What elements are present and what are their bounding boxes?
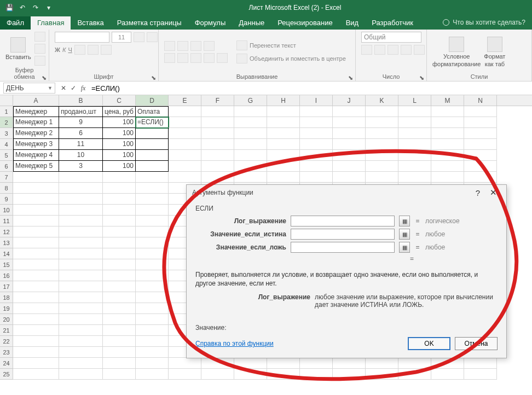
tab-data[interactable]: Данные bbox=[232, 16, 271, 30]
row-header[interactable]: 6 bbox=[0, 161, 13, 172]
cell[interactable] bbox=[59, 259, 103, 270]
cell[interactable]: Менеджер bbox=[13, 106, 59, 117]
cell[interactable] bbox=[103, 347, 136, 358]
cell[interactable] bbox=[13, 248, 59, 259]
cell[interactable] bbox=[333, 369, 366, 380]
cell[interactable] bbox=[59, 194, 103, 205]
enter-formula-icon[interactable]: ✓ bbox=[68, 84, 78, 92]
tab-insert[interactable]: Вставка bbox=[71, 16, 110, 30]
row-header[interactable]: 3 bbox=[0, 128, 13, 139]
cell[interactable] bbox=[300, 161, 333, 172]
cell[interactable]: Менеджер 1 bbox=[13, 117, 59, 128]
cell[interactable] bbox=[464, 369, 497, 380]
row-header[interactable]: 7 bbox=[0, 172, 13, 183]
cell[interactable] bbox=[136, 259, 169, 270]
row-header[interactable]: 25 bbox=[0, 369, 13, 380]
cell[interactable] bbox=[201, 161, 234, 172]
cell[interactable] bbox=[136, 237, 169, 248]
cell[interactable] bbox=[13, 292, 59, 303]
cell[interactable] bbox=[431, 150, 464, 161]
row-header[interactable]: 1 bbox=[0, 106, 13, 117]
cell[interactable] bbox=[234, 150, 267, 161]
cell[interactable] bbox=[234, 161, 267, 172]
cell[interactable] bbox=[59, 325, 103, 336]
cell[interactable] bbox=[431, 128, 464, 139]
cell[interactable] bbox=[300, 106, 333, 117]
borders-icon[interactable] bbox=[74, 45, 85, 55]
cell[interactable] bbox=[59, 270, 103, 281]
cell[interactable] bbox=[333, 172, 366, 183]
cell[interactable] bbox=[136, 226, 169, 237]
increase-decimal-icon[interactable] bbox=[401, 45, 412, 55]
merge-center-button[interactable]: Объединить и поместить в центре bbox=[236, 54, 346, 63]
cell[interactable] bbox=[136, 303, 169, 314]
dialog-launcher-icon[interactable]: ⬊ bbox=[151, 74, 156, 80]
undo-icon[interactable]: ↶ bbox=[18, 3, 27, 13]
cell[interactable] bbox=[103, 358, 136, 369]
cell[interactable] bbox=[136, 270, 169, 281]
row-header[interactable]: 4 bbox=[0, 139, 13, 150]
cell[interactable] bbox=[136, 172, 169, 183]
cell[interactable] bbox=[398, 106, 431, 117]
cell[interactable] bbox=[201, 106, 234, 117]
help-icon[interactable]: ? bbox=[470, 188, 485, 198]
cell[interactable] bbox=[464, 150, 497, 161]
cell[interactable] bbox=[169, 106, 201, 117]
row-header[interactable]: 8 bbox=[0, 183, 13, 194]
tab-formulas[interactable]: Формулы bbox=[188, 16, 233, 30]
formula-input[interactable] bbox=[88, 84, 532, 92]
tab-developer[interactable]: Разработчик bbox=[365, 16, 420, 30]
dialog-launcher-icon[interactable]: ⬊ bbox=[348, 74, 353, 80]
tab-view[interactable]: Вид bbox=[339, 16, 366, 30]
cell[interactable] bbox=[136, 358, 169, 369]
cell[interactable] bbox=[366, 150, 398, 161]
cell[interactable] bbox=[431, 139, 464, 150]
cell[interactable] bbox=[136, 325, 169, 336]
cell[interactable] bbox=[59, 358, 103, 369]
cell[interactable] bbox=[267, 139, 300, 150]
arg-input-logexp[interactable] bbox=[291, 216, 395, 226]
cell[interactable] bbox=[366, 172, 398, 183]
cell[interactable] bbox=[267, 358, 300, 369]
cell[interactable] bbox=[59, 172, 103, 183]
cell[interactable] bbox=[267, 172, 300, 183]
cell[interactable] bbox=[398, 358, 431, 369]
cell[interactable] bbox=[136, 205, 169, 216]
cell[interactable] bbox=[366, 369, 398, 380]
row-header[interactable]: 5 bbox=[0, 150, 13, 161]
cell[interactable] bbox=[398, 369, 431, 380]
cell[interactable] bbox=[267, 369, 300, 380]
cancel-button[interactable]: Отмена bbox=[455, 337, 498, 350]
row-header[interactable]: 10 bbox=[0, 205, 13, 216]
increase-indent-icon[interactable] bbox=[217, 53, 228, 63]
cell[interactable] bbox=[431, 106, 464, 117]
orientation-icon[interactable] bbox=[204, 41, 215, 51]
col-header[interactable]: M bbox=[431, 95, 464, 106]
cell[interactable] bbox=[59, 336, 103, 347]
cell[interactable] bbox=[169, 172, 201, 183]
cell[interactable] bbox=[103, 369, 136, 380]
col-header[interactable]: G bbox=[234, 95, 267, 106]
row-header[interactable]: 20 bbox=[0, 314, 13, 325]
cell[interactable] bbox=[13, 205, 59, 216]
row-header[interactable]: 12 bbox=[0, 226, 13, 237]
cell[interactable] bbox=[103, 205, 136, 216]
cell[interactable] bbox=[13, 325, 59, 336]
cell[interactable] bbox=[366, 139, 398, 150]
row-header[interactable]: 19 bbox=[0, 303, 13, 314]
col-header[interactable]: K bbox=[366, 95, 398, 106]
cell[interactable] bbox=[234, 358, 267, 369]
cell[interactable] bbox=[464, 117, 497, 128]
cell[interactable] bbox=[13, 336, 59, 347]
format-as-table-button[interactable]: Формат как таб bbox=[484, 37, 505, 67]
row-header[interactable]: 14 bbox=[0, 248, 13, 259]
tab-page-layout[interactable]: Разметка страницы bbox=[111, 16, 188, 30]
cell[interactable] bbox=[59, 347, 103, 358]
cell[interactable] bbox=[464, 128, 497, 139]
cell[interactable] bbox=[13, 358, 59, 369]
cell[interactable] bbox=[103, 303, 136, 314]
cell[interactable] bbox=[431, 117, 464, 128]
cell[interactable]: Менеджер 5 bbox=[13, 161, 59, 172]
arg-input-iffalse[interactable] bbox=[291, 242, 395, 253]
tab-file[interactable]: Файл bbox=[0, 16, 31, 30]
